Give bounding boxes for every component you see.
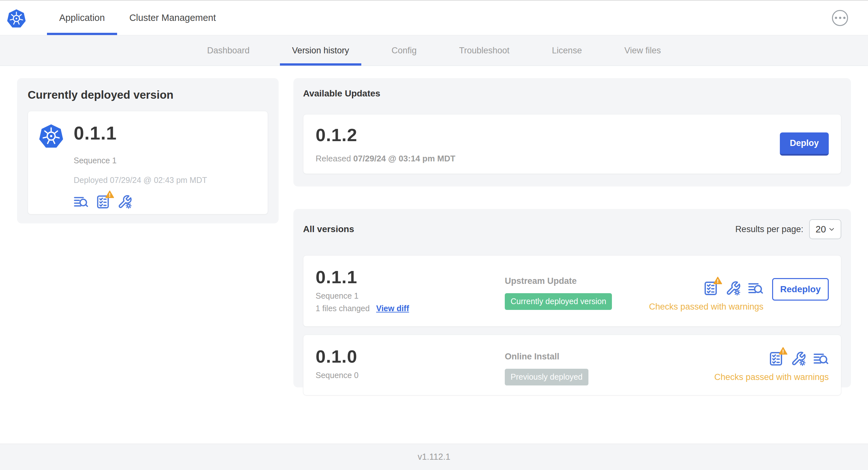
chevron-down-icon (828, 225, 836, 233)
released-date: 07/29/24 @ 03:14 pm MDT (353, 154, 455, 163)
app-sub-nav: Dashboard Version history Config Trouble… (0, 35, 868, 66)
warning-triangle-icon (105, 190, 115, 199)
currently-deployed-panel: Currently deployed version 0.1.1 Sequenc… (17, 78, 279, 224)
more-menu-button[interactable] (832, 10, 848, 26)
files-changed-label: 1 files changed (316, 304, 370, 313)
tab-application-label: Application (59, 12, 105, 23)
all-versions-header: All versions Results per page: 20 (303, 219, 841, 239)
checks-status: Checks passed with warnings (714, 372, 829, 382)
version-actions: Checks passed with warnings (714, 346, 829, 385)
tab-config-label: Config (392, 46, 416, 56)
tab-version-history[interactable]: Version history (271, 35, 370, 66)
results-per-page-value: 20 (815, 224, 826, 235)
version-row: 0.1.0 Sequence 0 Online Install Previous… (303, 335, 841, 395)
tab-license-label: License (552, 46, 582, 56)
available-updates-panel: Available Updates 0.1.2 Released 07/29/2… (293, 78, 851, 187)
available-updates-title: Available Updates (303, 89, 841, 99)
tab-license[interactable]: License (531, 35, 603, 66)
version-info: 0.1.1 Sequence 1 1 files changed View di… (316, 267, 505, 317)
view-logs-icon[interactable] (748, 281, 764, 296)
tab-troubleshoot-label: Troubleshoot (459, 46, 509, 56)
version-actions: Checks passed with warnings Redeploy (649, 267, 829, 317)
deployed-timestamp: Deployed 07/29/24 @ 02:43 pm MDT (74, 175, 207, 185)
source-label: Online Install (505, 352, 714, 362)
tab-dashboard[interactable]: Dashboard (186, 35, 271, 66)
kubernetes-logo (38, 124, 64, 149)
update-released-line: Released 07/29/24 @ 03:14 pm MDT (316, 154, 455, 164)
main-content: Currently deployed version 0.1.1 Sequenc… (0, 66, 868, 444)
deployed-actions (74, 195, 207, 209)
console-version: v1.112.1 (417, 452, 451, 462)
available-update-card: 0.1.2 Released 07/29/24 @ 03:14 pm MDT D… (303, 114, 841, 174)
version-info: 0.1.0 Sequence 0 (316, 346, 505, 385)
tab-view-files-label: View files (624, 46, 661, 56)
released-prefix: Released (316, 154, 351, 163)
view-logs-icon[interactable] (74, 195, 89, 209)
warning-triangle-icon (713, 276, 722, 285)
warning-triangle-icon (778, 346, 788, 356)
view-diff-link[interactable]: View diff (376, 304, 409, 313)
footer: v1.112.1 (0, 444, 868, 470)
deployed-version-number: 0.1.1 (74, 122, 207, 144)
edit-config-icon[interactable] (791, 351, 806, 367)
status-badge: Previously deployed (505, 369, 588, 385)
currently-deployed-title: Currently deployed version (28, 89, 268, 101)
checks-status: Checks passed with warnings (649, 302, 764, 312)
tab-application[interactable]: Application (47, 1, 117, 35)
update-info: 0.1.2 Released 07/29/24 @ 03:14 pm MDT (316, 125, 455, 164)
preflight-checks-icon[interactable] (768, 351, 784, 367)
tab-config[interactable]: Config (370, 35, 438, 66)
version-row: 0.1.1 Sequence 1 1 files changed View di… (303, 255, 841, 327)
all-versions-title: All versions (303, 224, 354, 234)
preflight-checks-icon[interactable] (96, 195, 110, 209)
tab-cluster-management[interactable]: Cluster Management (117, 1, 228, 35)
version-number: 0.1.1 (316, 267, 505, 288)
tab-view-files[interactable]: View files (603, 35, 682, 66)
currently-deployed-card: 0.1.1 Sequence 1 Deployed 07/29/24 @ 02:… (28, 111, 268, 214)
redeploy-button[interactable]: Redeploy (772, 278, 829, 301)
deploy-button[interactable]: Deploy (780, 132, 829, 156)
results-per-page: Results per page: 20 (735, 219, 841, 239)
deployed-version-info: 0.1.1 Sequence 1 Deployed 07/29/24 @ 02:… (74, 122, 207, 203)
edit-config-icon[interactable] (725, 281, 741, 296)
tab-version-history-label: Version history (292, 46, 349, 56)
files-changed-row: 1 files changed View diff (316, 304, 505, 313)
ellipsis-icon (835, 17, 837, 19)
results-per-page-label: Results per page: (735, 224, 803, 234)
update-version-number: 0.1.2 (316, 125, 455, 145)
left-column: Currently deployed version 0.1.1 Sequenc… (17, 78, 279, 444)
tab-dashboard-label: Dashboard (207, 46, 250, 56)
version-action-icons (703, 281, 764, 296)
tab-troubleshoot[interactable]: Troubleshoot (438, 35, 531, 66)
deployed-sequence: Sequence 1 (74, 156, 207, 165)
all-versions-panel: All versions Results per page: 20 0.1.1 (293, 209, 851, 388)
top-nav-tabs: Application Cluster Management (47, 1, 228, 35)
status-badge: Currently deployed version (505, 293, 612, 310)
version-number: 0.1.0 (316, 346, 505, 367)
version-action-icons (768, 351, 829, 367)
tab-cluster-management-label: Cluster Management (129, 12, 216, 23)
checks-block: Checks passed with warnings (649, 281, 764, 312)
version-sequence: Sequence 0 (316, 371, 505, 380)
version-sequence: Sequence 1 (316, 291, 505, 301)
kubernetes-logo (6, 9, 26, 29)
edit-config-icon[interactable] (117, 195, 132, 209)
top-nav: Application Cluster Management (0, 1, 868, 35)
version-source: Upstream Update Currently deployed versi… (505, 267, 649, 317)
version-list: 0.1.1 Sequence 1 1 files changed View di… (303, 255, 841, 395)
checks-block: Checks passed with warnings (714, 351, 829, 382)
results-per-page-select[interactable]: 20 (809, 219, 841, 239)
view-logs-icon[interactable] (813, 351, 829, 367)
source-label: Upstream Update (505, 276, 649, 286)
preflight-checks-icon[interactable] (703, 281, 718, 296)
right-column: Available Updates 0.1.2 Released 07/29/2… (293, 78, 851, 444)
version-source: Online Install Previously deployed (505, 346, 714, 385)
